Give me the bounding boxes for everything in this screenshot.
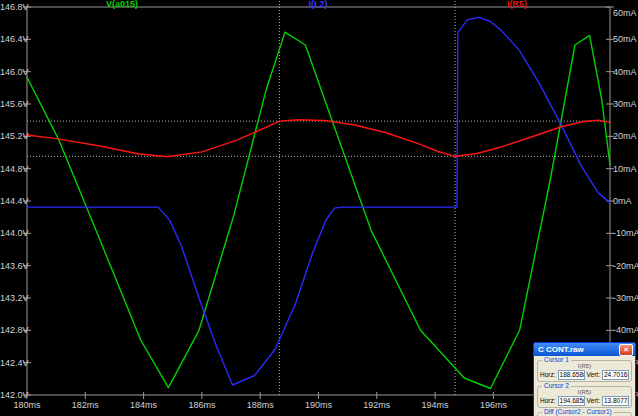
- x-tick-label: 184ms: [126, 401, 162, 410]
- cursor2-vert-value[interactable]: 13.8077mA: [602, 396, 629, 406]
- trace-I(L2)[interactable]: [27, 17, 610, 385]
- y-left-label: 146.0V: [0, 68, 26, 77]
- y-left-label: 142.0V: [0, 391, 26, 400]
- cursor2-vert-label: Vert:: [587, 397, 600, 404]
- y-left-label: 143.2V: [0, 294, 26, 303]
- plot-border: [27, 7, 610, 395]
- x-tick-label: 188ms: [242, 401, 278, 410]
- y-left-label: 146.8V: [0, 3, 26, 12]
- y-left-label: 145.6V: [0, 100, 26, 109]
- trace-label-blue[interactable]: I(L2): [309, 0, 328, 8]
- x-tick-label: 194ms: [417, 401, 453, 410]
- cursor2-group-label: Cursor 2: [542, 382, 571, 389]
- y-left-label: 143.6V: [0, 262, 26, 271]
- x-tick-label: 186ms: [184, 401, 220, 410]
- diff-group: Diff (Cursor2 - Cursor1) Horz: 6.0268ms …: [537, 412, 632, 416]
- close-icon[interactable]: ×: [619, 344, 633, 356]
- x-tick-label: 182ms: [67, 401, 103, 410]
- dialog-title: C CONT.raw: [538, 345, 584, 354]
- y-right-label: 50mA: [613, 35, 637, 44]
- cursor1-horz-label: Horz:: [540, 371, 556, 378]
- cursor1-horz-value[interactable]: 188.658ms: [558, 370, 585, 380]
- cursor2-horz-label: Horz:: [540, 397, 556, 404]
- trace-V(a015)[interactable]: [27, 32, 610, 388]
- y-left-label: 142.4V: [0, 359, 26, 368]
- x-tick-label: 190ms: [301, 401, 337, 410]
- y-left-label: 145.2V: [0, 132, 26, 141]
- x-tick-label: 180ms: [9, 401, 45, 410]
- dialog-titlebar[interactable]: C CONT.raw ×: [534, 343, 635, 356]
- y-left-label: 142.8V: [0, 326, 26, 335]
- y-right-label: 20mA: [613, 132, 637, 141]
- cursor1-group: Cursor 1 I(R5) Horz: 188.658ms Vert: 24.…: [537, 360, 632, 382]
- y-left-label: 144.4V: [0, 197, 26, 206]
- y-right-label: 60mA: [613, 9, 637, 18]
- cursor2-group: Cursor 2 I(R5) Horz: 194.685ms Vert: 13.…: [537, 386, 632, 408]
- waveform-viewer: V(a015) I(L2) I(R5) 146.8V146.4V146.0V14…: [0, 0, 638, 416]
- cursor1-vert-value[interactable]: 24.7016mA: [602, 370, 629, 380]
- cursor2-horz-value[interactable]: 194.685ms: [558, 396, 585, 406]
- y-right-label: 30mA: [613, 100, 637, 109]
- y-right-label: 0mA: [613, 197, 632, 206]
- diff-group-label: Diff (Cursor2 - Cursor1): [542, 408, 614, 415]
- cursor1-group-label: Cursor 1: [542, 356, 571, 363]
- y-right-label: 10mA: [613, 165, 637, 174]
- y-right-label: -30mA: [613, 294, 638, 303]
- cursor-dialog[interactable]: C CONT.raw × Cursor 1 I(R5) Horz: 188.65…: [533, 342, 636, 416]
- trace-label-green[interactable]: V(a015): [106, 0, 138, 8]
- y-left-label: 146.4V: [0, 35, 26, 44]
- trace-label-red[interactable]: I(R5): [507, 0, 527, 8]
- y-left-label: 144.8V: [0, 165, 26, 174]
- x-tick-label: 196ms: [475, 401, 511, 410]
- x-tick-label: 192ms: [359, 401, 395, 410]
- cursor1-vert-label: Vert:: [587, 371, 600, 378]
- y-right-label: -10mA: [613, 229, 638, 238]
- y-left-label: 144.0V: [0, 229, 26, 238]
- y-right-label: 40mA: [613, 68, 637, 77]
- y-right-label: -40mA: [613, 326, 638, 335]
- trace-I(R5)[interactable]: [27, 120, 610, 157]
- y-right-label: -20mA: [613, 262, 638, 271]
